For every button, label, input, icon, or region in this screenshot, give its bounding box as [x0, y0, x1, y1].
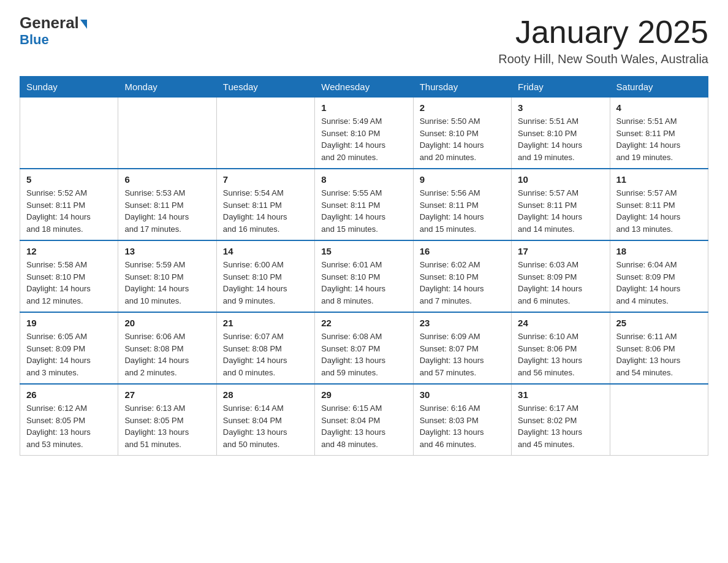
day-number: 10	[518, 174, 603, 185]
day-info: Sunrise: 6:05 AM Sunset: 8:09 PM Dayligh…	[26, 331, 112, 378]
calendar-cell: 21Sunrise: 6:07 AM Sunset: 8:08 PM Dayli…	[216, 312, 314, 384]
day-number: 1	[321, 102, 406, 113]
page-title: January 2025	[498, 15, 708, 50]
title-block: January 2025 Rooty Hill, New South Wales…	[498, 15, 708, 66]
calendar-cell: 16Sunrise: 6:02 AM Sunset: 8:10 PM Dayli…	[413, 240, 511, 312]
calendar-cell: 26Sunrise: 6:12 AM Sunset: 8:05 PM Dayli…	[20, 384, 118, 456]
calendar-cell: 28Sunrise: 6:14 AM Sunset: 8:04 PM Dayli…	[216, 384, 314, 456]
calendar-cell: 31Sunrise: 6:17 AM Sunset: 8:02 PM Dayli…	[512, 384, 610, 456]
day-info: Sunrise: 6:14 AM Sunset: 8:04 PM Dayligh…	[223, 402, 308, 450]
col-wednesday: Wednesday	[315, 77, 413, 98]
day-info: Sunrise: 6:06 AM Sunset: 8:08 PM Dayligh…	[124, 331, 210, 378]
day-info: Sunrise: 5:49 AM Sunset: 8:10 PM Dayligh…	[321, 115, 406, 163]
day-number: 8	[321, 174, 406, 185]
day-number: 15	[321, 246, 406, 256]
calendar-cell: 23Sunrise: 6:09 AM Sunset: 8:07 PM Dayli…	[413, 312, 511, 384]
day-info: Sunrise: 6:07 AM Sunset: 8:08 PM Dayligh…	[223, 331, 308, 378]
day-info: Sunrise: 6:03 AM Sunset: 8:09 PM Dayligh…	[518, 259, 603, 307]
week-row-5: 26Sunrise: 6:12 AM Sunset: 8:05 PM Dayli…	[20, 384, 708, 456]
calendar-cell: 27Sunrise: 6:13 AM Sunset: 8:05 PM Dayli…	[118, 384, 216, 456]
day-info: Sunrise: 6:08 AM Sunset: 8:07 PM Dayligh…	[321, 331, 406, 378]
day-info: Sunrise: 5:57 AM Sunset: 8:11 PM Dayligh…	[616, 187, 702, 235]
day-info: Sunrise: 5:51 AM Sunset: 8:11 PM Dayligh…	[616, 115, 702, 163]
calendar-cell	[20, 98, 118, 169]
day-info: Sunrise: 6:02 AM Sunset: 8:10 PM Dayligh…	[420, 259, 505, 307]
day-number: 4	[616, 102, 702, 113]
day-number: 27	[124, 389, 210, 400]
week-row-1: 1Sunrise: 5:49 AM Sunset: 8:10 PM Daylig…	[20, 98, 708, 169]
week-row-2: 5Sunrise: 5:52 AM Sunset: 8:11 PM Daylig…	[20, 169, 708, 240]
day-info: Sunrise: 5:52 AM Sunset: 8:11 PM Dayligh…	[26, 187, 112, 235]
day-number: 18	[616, 246, 702, 256]
day-number: 24	[518, 318, 603, 328]
day-number: 6	[124, 174, 210, 185]
logo: General Blue	[20, 15, 87, 48]
day-number: 14	[223, 246, 308, 256]
calendar-cell: 22Sunrise: 6:08 AM Sunset: 8:07 PM Dayli…	[315, 312, 413, 384]
day-info: Sunrise: 5:54 AM Sunset: 8:11 PM Dayligh…	[223, 187, 308, 235]
day-number: 11	[616, 174, 702, 185]
day-info: Sunrise: 6:09 AM Sunset: 8:07 PM Dayligh…	[420, 331, 505, 378]
subtitle: Rooty Hill, New South Wales, Australia	[498, 52, 708, 66]
day-number: 7	[223, 174, 308, 185]
calendar-cell: 15Sunrise: 6:01 AM Sunset: 8:10 PM Dayli…	[315, 240, 413, 312]
calendar-cell: 20Sunrise: 6:06 AM Sunset: 8:08 PM Dayli…	[118, 312, 216, 384]
calendar-cell: 5Sunrise: 5:52 AM Sunset: 8:11 PM Daylig…	[20, 169, 118, 240]
calendar-cell: 18Sunrise: 6:04 AM Sunset: 8:09 PM Dayli…	[610, 240, 708, 312]
day-number: 29	[321, 389, 406, 400]
week-row-4: 19Sunrise: 6:05 AM Sunset: 8:09 PM Dayli…	[20, 312, 708, 384]
calendar-cell: 25Sunrise: 6:11 AM Sunset: 8:06 PM Dayli…	[610, 312, 708, 384]
day-info: Sunrise: 6:12 AM Sunset: 8:05 PM Dayligh…	[26, 402, 112, 450]
calendar-body: 1Sunrise: 5:49 AM Sunset: 8:10 PM Daylig…	[20, 98, 708, 456]
day-number: 2	[420, 102, 505, 113]
calendar-cell: 30Sunrise: 6:16 AM Sunset: 8:03 PM Dayli…	[413, 384, 511, 456]
day-info: Sunrise: 6:15 AM Sunset: 8:04 PM Dayligh…	[321, 402, 406, 450]
logo-general-line: General	[20, 15, 87, 31]
day-number: 17	[518, 246, 603, 256]
day-number: 23	[420, 318, 505, 328]
day-number: 28	[223, 389, 308, 400]
day-number: 26	[26, 389, 112, 400]
calendar-cell: 8Sunrise: 5:55 AM Sunset: 8:11 PM Daylig…	[315, 169, 413, 240]
day-number: 13	[124, 246, 210, 256]
calendar-cell: 11Sunrise: 5:57 AM Sunset: 8:11 PM Dayli…	[610, 169, 708, 240]
day-info: Sunrise: 6:11 AM Sunset: 8:06 PM Dayligh…	[616, 331, 702, 378]
day-number: 3	[518, 102, 603, 113]
day-number: 31	[518, 389, 603, 400]
header-row: Sunday Monday Tuesday Wednesday Thursday…	[20, 77, 708, 98]
day-info: Sunrise: 6:17 AM Sunset: 8:02 PM Dayligh…	[518, 402, 603, 450]
day-info: Sunrise: 6:16 AM Sunset: 8:03 PM Dayligh…	[420, 402, 505, 450]
day-info: Sunrise: 5:50 AM Sunset: 8:10 PM Dayligh…	[420, 115, 505, 163]
day-info: Sunrise: 6:01 AM Sunset: 8:10 PM Dayligh…	[321, 259, 406, 307]
day-info: Sunrise: 6:04 AM Sunset: 8:09 PM Dayligh…	[616, 259, 702, 307]
day-number: 25	[616, 318, 702, 328]
col-friday: Friday	[512, 77, 610, 98]
calendar-table: Sunday Monday Tuesday Wednesday Thursday…	[20, 76, 708, 456]
day-info: Sunrise: 5:57 AM Sunset: 8:11 PM Dayligh…	[518, 187, 603, 235]
day-number: 12	[26, 246, 112, 256]
col-thursday: Thursday	[413, 77, 511, 98]
calendar-cell: 19Sunrise: 6:05 AM Sunset: 8:09 PM Dayli…	[20, 312, 118, 384]
day-info: Sunrise: 5:58 AM Sunset: 8:10 PM Dayligh…	[26, 259, 112, 307]
calendar-cell: 13Sunrise: 5:59 AM Sunset: 8:10 PM Dayli…	[118, 240, 216, 312]
day-info: Sunrise: 6:13 AM Sunset: 8:05 PM Dayligh…	[124, 402, 210, 450]
page-header: General Blue January 2025 Rooty Hill, Ne…	[20, 15, 708, 66]
calendar-cell: 1Sunrise: 5:49 AM Sunset: 8:10 PM Daylig…	[315, 98, 413, 169]
calendar-cell	[216, 98, 314, 169]
col-tuesday: Tuesday	[216, 77, 314, 98]
day-info: Sunrise: 5:51 AM Sunset: 8:10 PM Dayligh…	[518, 115, 603, 163]
day-number: 21	[223, 318, 308, 328]
day-number: 30	[420, 389, 505, 400]
calendar-cell: 3Sunrise: 5:51 AM Sunset: 8:10 PM Daylig…	[512, 98, 610, 169]
calendar-cell: 2Sunrise: 5:50 AM Sunset: 8:10 PM Daylig…	[413, 98, 511, 169]
calendar-cell: 10Sunrise: 5:57 AM Sunset: 8:11 PM Dayli…	[512, 169, 610, 240]
calendar-cell: 4Sunrise: 5:51 AM Sunset: 8:11 PM Daylig…	[610, 98, 708, 169]
day-number: 20	[124, 318, 210, 328]
day-number: 5	[26, 174, 112, 185]
col-monday: Monday	[118, 77, 216, 98]
week-row-3: 12Sunrise: 5:58 AM Sunset: 8:10 PM Dayli…	[20, 240, 708, 312]
calendar-cell	[118, 98, 216, 169]
day-info: Sunrise: 6:10 AM Sunset: 8:06 PM Dayligh…	[518, 331, 603, 378]
calendar-cell: 24Sunrise: 6:10 AM Sunset: 8:06 PM Dayli…	[512, 312, 610, 384]
calendar-header: Sunday Monday Tuesday Wednesday Thursday…	[20, 77, 708, 98]
